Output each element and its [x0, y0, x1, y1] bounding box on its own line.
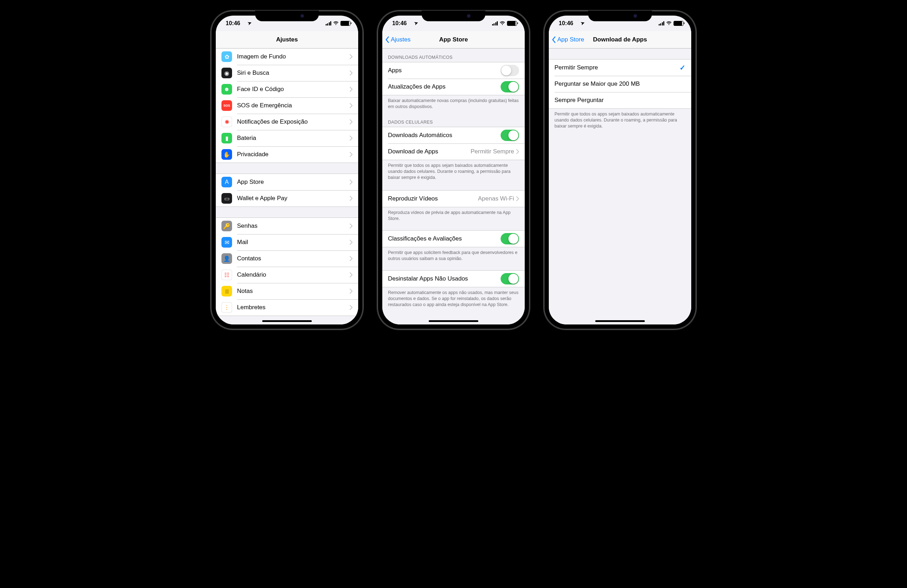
- settings-row-reminders[interactable]: ⋮Lembretes: [216, 299, 358, 316]
- row-label: Face ID e Código: [237, 86, 350, 93]
- settings-row-notes[interactable]: ≣Notas: [216, 283, 358, 299]
- row-label: Notificações de Exposição: [237, 118, 350, 125]
- toggle-ratings[interactable]: [501, 233, 519, 244]
- settings-row-battery[interactable]: ▮Bateria: [216, 130, 358, 146]
- home-indicator[interactable]: [262, 320, 312, 322]
- wallet-icon: ▭: [221, 193, 232, 203]
- chevron-right-icon: [516, 149, 519, 154]
- row-label: Imagem de Fundo: [237, 53, 350, 60]
- row-label: Mail: [237, 239, 350, 246]
- exposure-icon: ✺: [221, 117, 232, 127]
- settings-row-faceid[interactable]: ☻Face ID e Código: [216, 81, 358, 98]
- row-app-updates: Atualizações de Apps: [382, 79, 525, 95]
- toggle-apps[interactable]: [501, 65, 519, 76]
- chevron-right-icon: [350, 272, 353, 277]
- home-indicator[interactable]: [595, 320, 645, 322]
- settings-row-calendar[interactable]: ☷Calendário: [216, 267, 358, 283]
- status-time: 10:46: [226, 20, 240, 27]
- notch: [588, 11, 652, 21]
- row-label: Reproduzir Vídeos: [388, 195, 478, 202]
- chevron-right-icon: [350, 119, 353, 124]
- footer-auto-downloads: Baixar automaticamente novas compras (in…: [382, 95, 525, 113]
- phone-appstore: 10:46 ➤ Ajustes App Store DOWNLOADS AUTO…: [377, 11, 530, 329]
- back-button[interactable]: Ajustes: [385, 36, 411, 43]
- settings-row-wallet[interactable]: ▭Wallet e Apple Pay: [216, 190, 358, 207]
- nav-title: App Store: [439, 36, 468, 43]
- battery-icon: [340, 21, 350, 26]
- row-offload-unused: Desinstalar Apps Não Usados: [382, 271, 525, 287]
- chevron-right-icon: [350, 289, 353, 294]
- row-label: Downloads Automáticos: [388, 132, 501, 139]
- faceid-icon: ☻: [221, 84, 232, 95]
- status-time: 10:46: [559, 20, 573, 27]
- row-label: App Store: [237, 178, 350, 186]
- chevron-right-icon: [350, 240, 353, 245]
- settings-row-passwords[interactable]: 🔑Senhas: [216, 218, 358, 234]
- nav-bar: Ajustes: [216, 31, 358, 48]
- option-always[interactable]: Permitir Sempre✓: [549, 59, 691, 76]
- nav-title: Download de Apps: [593, 36, 647, 43]
- cell-signal-icon: [325, 21, 332, 26]
- chevron-right-icon: [350, 54, 353, 59]
- row-ratings-reviews: Classificações e Avaliações: [382, 231, 525, 247]
- privacy-icon: ✋: [221, 149, 232, 160]
- row-app-downloads[interactable]: Download de Apps Permitir Sempre: [382, 143, 525, 160]
- footer-download-apps: Permitir que todos os apps sejam baixado…: [549, 109, 691, 133]
- chevron-right-icon: [350, 103, 353, 108]
- phone-download-apps: 10:46 ➤ App Store Download de Apps Permi…: [544, 11, 696, 329]
- chevron-right-icon: [350, 136, 353, 141]
- settings-content[interactable]: ✿Imagem de Fundo◉Siri e Busca☻Face ID e …: [216, 48, 358, 324]
- settings-row-mail[interactable]: ✉Mail: [216, 234, 358, 250]
- battery-icon: [673, 21, 683, 26]
- option-askalways[interactable]: Sempre Perguntar: [549, 92, 691, 108]
- chevron-right-icon: [516, 196, 519, 201]
- battery-icon: ▮: [221, 133, 232, 143]
- row-auto-downloads: Downloads Automáticos: [382, 127, 525, 143]
- row-value: Permitir Sempre: [471, 148, 514, 155]
- row-label: Wallet e Apple Pay: [237, 195, 350, 202]
- row-play-videos[interactable]: Reproduzir Vídeos Apenas Wi-Fi: [382, 191, 525, 207]
- settings-row-contacts[interactable]: 👤Contatos: [216, 250, 358, 267]
- chevron-right-icon: [350, 196, 353, 201]
- row-label: SOS de Emergência: [237, 102, 350, 109]
- cell-signal-icon: [659, 21, 665, 26]
- siri-icon: ◉: [221, 68, 232, 78]
- reminders-icon: ⋮: [221, 302, 232, 313]
- row-label: Desinstalar Apps Não Usados: [388, 275, 501, 282]
- settings-row-sos[interactable]: SOSSOS de Emergência: [216, 98, 358, 114]
- appstore-icon: A: [221, 177, 232, 187]
- toggle-offload[interactable]: [501, 273, 519, 284]
- row-label: Contatos: [237, 255, 350, 262]
- footer-ratings: Permitir que apps solicitem feedback par…: [382, 247, 525, 265]
- nav-bar: App Store Download de Apps: [549, 31, 691, 48]
- passwords-icon: 🔑: [221, 221, 232, 231]
- checkmark-icon: ✓: [679, 63, 686, 72]
- footer-videos: Reproduza vídeos de prévia de apps autom…: [382, 207, 525, 225]
- battery-icon: [507, 21, 517, 26]
- home-indicator[interactable]: [429, 320, 478, 322]
- nav-title: Ajustes: [276, 36, 298, 43]
- wallpaper-icon: ✿: [221, 51, 232, 62]
- appstore-content[interactable]: DOWNLOADS AUTOMÁTICOS Apps Atualizações …: [382, 48, 525, 324]
- cell-signal-icon: [492, 21, 498, 26]
- settings-row-appstore[interactable]: AApp Store: [216, 174, 358, 190]
- option-ask200[interactable]: Perguntar se Maior que 200 MB: [549, 76, 691, 92]
- settings-row-privacy[interactable]: ✋Privacidade: [216, 146, 358, 163]
- contacts-icon: 👤: [221, 253, 232, 264]
- row-label: Apps: [388, 67, 501, 74]
- row-label: Senhas: [237, 223, 350, 229]
- back-label: App Store: [557, 36, 584, 43]
- notch: [421, 11, 486, 21]
- status-time: 10:46: [392, 20, 407, 27]
- back-button[interactable]: App Store: [552, 36, 584, 43]
- calendar-icon: ☷: [221, 269, 232, 280]
- toggle-auto-downloads[interactable]: [501, 130, 519, 141]
- settings-row-siri[interactable]: ◉Siri e Busca: [216, 65, 358, 81]
- settings-row-wallpaper[interactable]: ✿Imagem de Fundo: [216, 48, 358, 65]
- chevron-left-icon: [385, 36, 389, 43]
- toggle-app-updates[interactable]: [501, 81, 519, 93]
- notes-icon: ≣: [221, 286, 232, 296]
- row-label: Notas: [237, 288, 350, 295]
- download-apps-content[interactable]: Permitir Sempre✓Perguntar se Maior que 2…: [549, 48, 691, 324]
- settings-row-exposure[interactable]: ✺Notificações de Exposição: [216, 114, 358, 130]
